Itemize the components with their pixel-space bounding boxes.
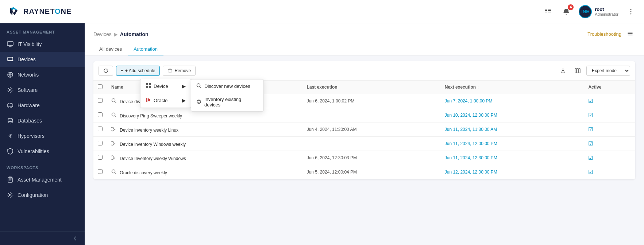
grid-view-icon[interactable] — [542, 6, 554, 18]
user-name: root — [595, 7, 618, 12]
svg-rect-22 — [146, 83, 148, 85]
row-active[interactable]: ☑ — [584, 151, 635, 165]
row-active[interactable]: ☑ — [584, 108, 635, 122]
main-layout: Asset Management IT Visibility Devices N… — [0, 23, 644, 245]
gear-icon — [7, 86, 14, 94]
svg-rect-5 — [548, 10, 551, 11]
add-schedule-icon: + — [121, 68, 123, 73]
svg-rect-25 — [149, 86, 151, 88]
header-actions: Troubleshooting — [587, 28, 635, 40]
row-active[interactable]: ☑ — [584, 122, 635, 137]
sidebar-section-asset-management: Asset Management — [0, 23, 85, 36]
inventory-existing-devices-item[interactable]: Inventory existing devices — [191, 93, 263, 111]
troubleshooting-link[interactable]: Troubleshooting — [587, 31, 621, 37]
svg-rect-28 — [149, 99, 150, 101]
sidebar-item-hypervisors[interactable]: ✳ Hypervisors — [0, 128, 85, 144]
row-name[interactable]: Device Inventory weekly Windows — [120, 156, 186, 161]
header-active: Active — [584, 81, 635, 94]
sidebar-item-it-visibility[interactable]: IT Visibility — [0, 36, 85, 52]
dropdown-item-oracle[interactable]: Oracle ▶ — [140, 93, 191, 108]
svg-rect-24 — [146, 86, 148, 88]
svg-point-9 — [630, 13, 632, 14]
svg-rect-21 — [579, 69, 580, 73]
add-schedule-button[interactable]: + + Add schedule — [116, 66, 160, 76]
toolbar-right: Expert mode — [557, 65, 630, 77]
tab-all-devices[interactable]: All devices — [93, 43, 128, 55]
row-checkbox[interactable] — [98, 155, 103, 160]
sidebar-item-software[interactable]: Software — [0, 82, 85, 98]
refresh-button[interactable] — [99, 66, 113, 76]
sidebar-item-hardware[interactable]: Hardware — [0, 98, 85, 113]
inventory-icon — [196, 99, 201, 105]
columns-icon[interactable] — [572, 65, 583, 77]
row-active[interactable]: ☑ — [584, 137, 635, 151]
row-name[interactable]: Device inventory Windows weekly — [120, 142, 186, 147]
sidebar-item-label: Asset Management — [18, 177, 62, 183]
row-checkbox-cell — [93, 108, 107, 122]
row-checkbox-cell — [93, 151, 107, 165]
row-checkbox[interactable] — [98, 127, 103, 131]
sidebar-item-label: IT Visibility — [18, 41, 42, 47]
row-checkbox[interactable] — [98, 112, 103, 117]
more-options-icon[interactable] — [625, 6, 637, 18]
dropdown-item-device[interactable]: Device ▶ — [140, 79, 191, 93]
row-checkbox[interactable] — [98, 169, 103, 174]
add-schedule-label: + Add schedule — [125, 68, 155, 73]
row-active[interactable]: ☑ — [584, 165, 635, 179]
row-name[interactable]: Oracle discovery weekly — [120, 170, 167, 175]
svg-point-32 — [112, 113, 115, 116]
row-checkbox[interactable] — [98, 141, 103, 145]
svg-point-8 — [630, 11, 632, 12]
network-icon — [7, 71, 14, 78]
svg-rect-23 — [149, 83, 151, 85]
discover-new-devices-item[interactable]: Discover new devices — [191, 79, 263, 93]
shield-icon — [7, 148, 14, 155]
svg-rect-4 — [548, 9, 551, 9]
sidebar-item-asset-management[interactable]: Asset Management — [0, 172, 85, 187]
breadcrumb-parent[interactable]: Devices — [93, 31, 112, 37]
row-active[interactable]: ☑ — [584, 94, 635, 108]
content-area: Devices ▶ Automation Troubleshooting All… — [85, 23, 644, 245]
expert-mode-select[interactable]: Expert mode — [586, 66, 630, 76]
tabs-row: All devices Automation — [93, 43, 635, 55]
sidebar-item-networks[interactable]: Networks — [0, 67, 85, 82]
row-name[interactable]: Device inventory weekly Linux — [120, 128, 178, 133]
tab-automation[interactable]: Automation — [128, 43, 163, 55]
add-schedule-dropdown: Device ▶ Oracle ▶ — [140, 79, 191, 108]
sidebar-item-devices[interactable]: Devices — [0, 52, 85, 67]
device-oracle-menu: Device ▶ Oracle ▶ — [140, 79, 191, 108]
row-checkbox[interactable] — [98, 98, 103, 103]
header-last-execution: Last execution — [302, 81, 440, 94]
active-check-icon: ☑ — [588, 98, 593, 104]
row-next-execution: Jun 11, 2024, 11:30:00 AM — [440, 122, 584, 137]
sidebar-item-configuration[interactable]: Configuration — [0, 187, 85, 203]
remove-button[interactable]: Remove — [163, 66, 196, 76]
notification-bell[interactable]: 4 — [560, 6, 572, 18]
row-name[interactable]: Discovery Ping Sweeper weekly — [120, 113, 182, 118]
sidebar-item-databases[interactable]: Databases — [0, 113, 85, 128]
sidebar-item-label: Vulnerabilities — [18, 148, 49, 154]
user-area[interactable]: INE root Administrator — [579, 5, 618, 18]
avatar: INE — [579, 5, 592, 18]
row-next-execution: Jun 11, 2024, 12:30:00 PM — [440, 151, 584, 165]
sidebar-item-label: Hypervisors — [18, 133, 45, 139]
row-type-icon — [111, 127, 116, 133]
select-all-checkbox[interactable] — [98, 84, 103, 89]
device-menu-icon — [146, 83, 151, 90]
sidebar-item-label: Software — [18, 87, 38, 93]
row-next-execution: Jun 11, 2024, 12:00:00 PM — [440, 137, 584, 151]
sidebar-item-vulnerabilities[interactable]: Vulnerabilities — [0, 144, 85, 159]
table-row: Discovery Ping Sweeper weekly Jun 10, 20… — [93, 108, 635, 122]
header-next-execution[interactable]: Next execution↑ — [440, 81, 584, 94]
row-name-cell: Device Inventory weekly Windows — [107, 151, 302, 165]
row-checkbox-cell — [93, 137, 107, 151]
svg-rect-2 — [545, 10, 547, 11]
inventory-existing-devices-label: Inventory existing devices — [204, 97, 258, 108]
content-menu-button[interactable] — [625, 28, 635, 40]
sidebar-item-label: Networks — [18, 72, 39, 78]
row-type-icon — [111, 98, 116, 104]
export-icon[interactable] — [557, 65, 569, 77]
logo-text: RAYNETONE — [23, 7, 72, 16]
header-right: 4 INE root Administrator — [542, 5, 637, 18]
sidebar-collapse-button[interactable] — [0, 232, 85, 245]
